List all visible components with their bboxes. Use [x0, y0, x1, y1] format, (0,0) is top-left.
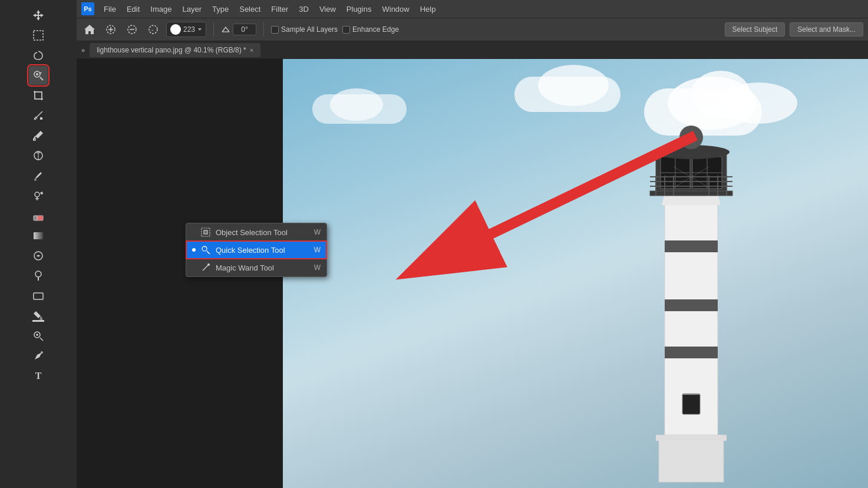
svg-point-21	[35, 271, 41, 277]
flyout-object-selection-key: W	[314, 228, 321, 236]
flyout-unselected-dot	[192, 230, 196, 234]
flyout-magic-wand-key: W	[314, 263, 321, 272]
svg-rect-37	[665, 240, 718, 252]
lighthouse-svg	[573, 75, 809, 488]
title-bar: Ps File Edit Image Layer Type Select Fil…	[77, 0, 868, 18]
quick-selection-icon	[200, 245, 211, 255]
stamp-tool[interactable]	[29, 186, 48, 205]
flyout-item-quick-selection[interactable]: Quick Selection Tool W	[186, 241, 326, 259]
svg-point-59	[685, 130, 697, 142]
flyout-quick-selection-label: Quick Selection Tool	[216, 246, 285, 255]
flyout-magic-wand-label: Magic Wand Tool	[216, 263, 274, 272]
ps-window: Ps File Edit Image Layer Type Select Fil…	[77, 0, 868, 488]
menu-image[interactable]: Image	[146, 3, 176, 15]
angle-control: 0°	[221, 24, 256, 35]
cloud-3	[312, 88, 430, 136]
pen-tool[interactable]	[29, 347, 48, 365]
move-tool[interactable]	[29, 6, 48, 25]
gradient-tool[interactable]	[29, 226, 48, 245]
object-selection-icon	[200, 227, 211, 238]
menu-layer[interactable]: Layer	[178, 3, 207, 15]
crop-tool[interactable]	[29, 86, 48, 105]
ps-logo: Ps	[81, 2, 94, 15]
doc-tab-bar: » lighthouse vertical pano.jpg @ 40.1% (…	[77, 41, 868, 59]
flyout-quick-selection-key: W	[314, 246, 321, 254]
brush-tool[interactable]	[29, 166, 48, 185]
canvas-area: Object Selection Tool W Quick Selection …	[77, 59, 868, 488]
menu-view[interactable]: View	[315, 3, 341, 15]
menu-plugins[interactable]: Plugins	[342, 3, 377, 15]
svg-rect-39	[665, 347, 718, 358]
menu-help[interactable]: Help	[415, 3, 441, 15]
sample-all-layers-checkbox[interactable]	[271, 26, 279, 34]
menu-type[interactable]: Type	[207, 3, 233, 15]
select-subject-button[interactable]: Select Subject	[725, 22, 786, 37]
angle-value[interactable]: 0°	[233, 24, 256, 35]
canvas-image	[283, 59, 868, 488]
menu-file[interactable]: File	[99, 3, 121, 15]
svg-rect-5	[35, 92, 42, 99]
svg-rect-38	[665, 299, 718, 311]
doc-tab-filename: lighthouse vertical pano.jpg @ 40.1% (RG…	[97, 46, 246, 54]
menu-edit[interactable]: Edit	[122, 3, 144, 15]
svg-rect-62	[659, 435, 724, 482]
svg-rect-61	[682, 394, 700, 395]
text-tool[interactable]: T	[29, 367, 48, 385]
svg-rect-24	[32, 320, 44, 322]
sample-all-layers-label[interactable]: Sample All Layers	[271, 25, 338, 34]
enhance-edge-checkbox[interactable]	[342, 26, 350, 34]
doc-tab-close-button[interactable]: ×	[250, 47, 253, 54]
menu-bar: File Edit Image Layer Type Select Filter…	[99, 3, 863, 15]
enhance-edge-label[interactable]: Enhance Edge	[342, 25, 399, 34]
brush-size-control[interactable]: 223	[166, 22, 206, 37]
svg-text:-: -	[151, 27, 153, 33]
svg-rect-49	[650, 191, 732, 196]
blur-tool[interactable]	[29, 246, 48, 265]
menu-3d[interactable]: 3D	[294, 3, 313, 15]
brush-subtract-btn[interactable]: -	[145, 21, 161, 38]
menu-window[interactable]: Window	[377, 3, 414, 15]
svg-line-72	[207, 251, 210, 254]
svg-marker-0	[33, 10, 44, 21]
eraser-tool[interactable]	[29, 206, 48, 225]
tool-flyout-menu: Object Selection Tool W Quick Selection …	[186, 223, 327, 277]
brush-add-btn[interactable]	[103, 21, 119, 38]
dodge-tool[interactable]	[29, 266, 48, 285]
svg-point-3	[36, 73, 38, 75]
svg-point-29	[41, 351, 43, 354]
brush-size-value: 223	[183, 25, 195, 34]
fill-tool[interactable]	[29, 306, 48, 325]
svg-line-73	[203, 265, 208, 271]
select-and-mask-button[interactable]: Select and Mask...	[790, 22, 863, 37]
shape-tool[interactable]	[29, 286, 48, 305]
eyedropper-tool[interactable]	[29, 126, 48, 145]
svg-rect-23	[34, 293, 43, 299]
svg-rect-60	[682, 394, 700, 414]
flyout-object-selection-label: Object Selection Tool	[216, 228, 288, 237]
healing-tool[interactable]	[29, 146, 48, 165]
zoom-magnify-tool[interactable]	[29, 327, 48, 345]
menu-filter[interactable]: Filter	[266, 3, 293, 15]
marquee-tool[interactable]	[29, 26, 48, 45]
flyout-selected-dot	[192, 248, 196, 252]
svg-rect-9	[40, 117, 42, 120]
magic-wand-icon	[200, 262, 211, 273]
flyout-item-object-selection[interactable]: Object Selection Tool W	[186, 223, 326, 241]
svg-rect-17	[37, 216, 43, 220]
flyout-item-magic-wand[interactable]: Magic Wand Tool W	[186, 259, 326, 276]
quick-select-tool[interactable]	[29, 66, 48, 85]
separator-2	[263, 22, 264, 37]
lasso-tool[interactable]	[29, 46, 48, 65]
brush-new-btn[interactable]	[124, 21, 140, 38]
document-tab[interactable]: lighthouse vertical pano.jpg @ 40.1% (RG…	[90, 43, 260, 57]
measure-tool[interactable]	[29, 106, 48, 125]
brush-preview-circle	[170, 24, 181, 35]
separator-1	[213, 22, 214, 37]
svg-rect-63	[656, 435, 727, 441]
svg-point-14	[34, 179, 37, 181]
menu-select[interactable]: Select	[235, 3, 265, 15]
home-button[interactable]	[81, 21, 98, 38]
left-toolbar: T	[0, 0, 77, 488]
tab-expand-button[interactable]: »	[81, 47, 85, 54]
sample-all-layers-text: Sample All Layers	[281, 25, 338, 34]
